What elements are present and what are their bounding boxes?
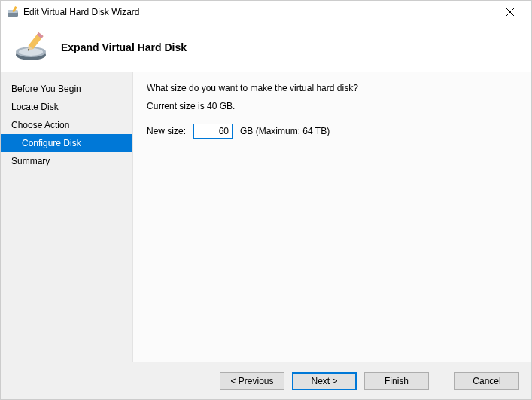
- step-before-you-begin[interactable]: Before You Begin: [1, 80, 132, 98]
- titlebar-left: Edit Virtual Hard Disk Wizard: [7, 6, 140, 18]
- titlebar: Edit Virtual Hard Disk Wizard: [1, 1, 531, 23]
- close-button[interactable]: [498, 3, 522, 21]
- finish-button[interactable]: Finish: [364, 372, 429, 390]
- footer-button-bar: < Previous Next > Finish Cancel: [1, 362, 531, 399]
- step-choose-action[interactable]: Choose Action: [1, 116, 132, 134]
- wizard-app-icon: [7, 6, 19, 18]
- cancel-button[interactable]: Cancel: [454, 372, 519, 390]
- wizard-steps-sidebar: Before You Begin Locate Disk Choose Acti…: [1, 72, 132, 362]
- size-prompt: What size do you want to make the virtua…: [147, 83, 518, 93]
- disk-pencil-icon: [13, 32, 49, 63]
- new-size-row: New size: GB (Maximum: 64 TB): [147, 124, 518, 139]
- step-summary[interactable]: Summary: [1, 152, 132, 170]
- main-panel: What size do you want to make the virtua…: [132, 72, 531, 362]
- new-size-input[interactable]: [193, 124, 233, 139]
- header-band: Expand Virtual Hard Disk: [1, 23, 531, 72]
- step-locate-disk[interactable]: Locate Disk: [1, 98, 132, 116]
- window-title: Edit Virtual Hard Disk Wizard: [23, 7, 140, 17]
- next-button[interactable]: Next >: [292, 372, 357, 390]
- current-size-text: Current size is 40 GB.: [147, 101, 518, 111]
- content-area: Before You Begin Locate Disk Choose Acti…: [1, 72, 531, 362]
- new-size-suffix: GB (Maximum: 64 TB): [240, 126, 330, 136]
- step-configure-disk[interactable]: Configure Disk: [1, 134, 132, 152]
- page-title: Expand Virtual Hard Disk: [61, 41, 187, 53]
- new-size-label: New size:: [147, 126, 186, 136]
- previous-button[interactable]: < Previous: [220, 372, 284, 390]
